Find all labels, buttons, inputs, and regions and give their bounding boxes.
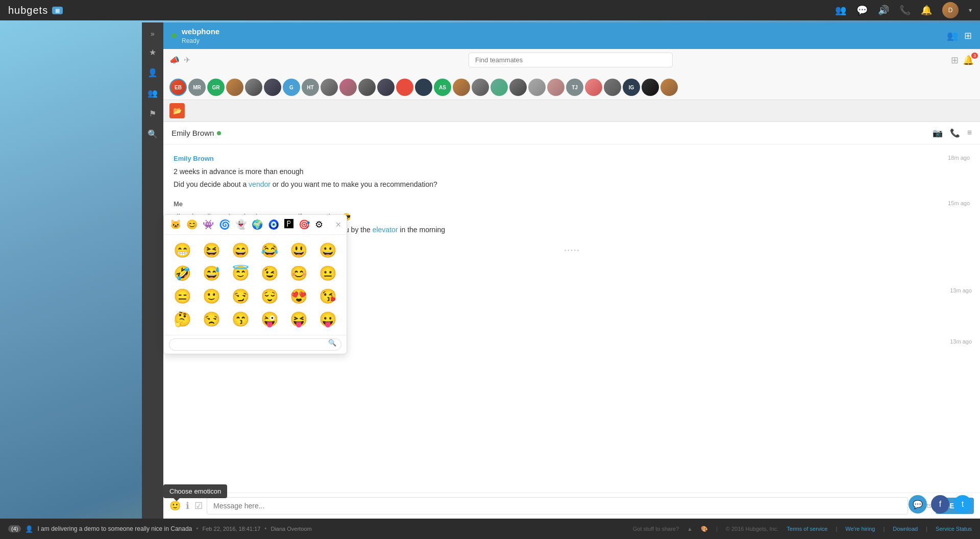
avatar[interactable]: D bbox=[942, 2, 959, 18]
avatar-item[interactable]: IG bbox=[623, 79, 640, 96]
avatar-item[interactable]: EB bbox=[169, 79, 187, 96]
webphone-grid-icon[interactable]: ⊞ bbox=[964, 30, 972, 41]
menu-icon[interactable]: ≡ bbox=[967, 128, 972, 138]
emoji-cell[interactable]: 😆 bbox=[198, 240, 225, 261]
sidebar-item-users[interactable]: 👤 bbox=[143, 63, 162, 82]
emoji-tab-settings[interactable]: ⚙ bbox=[314, 218, 324, 231]
emoji-tab-eye[interactable]: 🧿 bbox=[267, 218, 280, 231]
avatar-item[interactable] bbox=[509, 79, 527, 96]
avatar-item[interactable] bbox=[358, 79, 376, 96]
avatar-item[interactable] bbox=[642, 79, 659, 96]
task-button[interactable]: ☑ bbox=[194, 500, 203, 511]
emoji-cell[interactable]: 😌 bbox=[256, 286, 283, 307]
emoji-tab-ghost[interactable]: 👻 bbox=[234, 218, 248, 231]
avatar-item[interactable]: HT bbox=[302, 79, 319, 96]
footer-download-link[interactable]: Download bbox=[893, 526, 918, 532]
phone-icon[interactable]: 📞 bbox=[899, 5, 911, 16]
avatar-item[interactable]: TJ bbox=[566, 79, 583, 96]
grid-view-icon[interactable]: ⊞ bbox=[951, 55, 959, 66]
avatar-item[interactable] bbox=[472, 79, 489, 96]
emoji-cell[interactable]: 😉 bbox=[256, 263, 283, 284]
avatar-item[interactable] bbox=[226, 79, 243, 96]
avatar-dropdown-icon[interactable]: ▾ bbox=[969, 7, 972, 14]
emoticon-button[interactable]: 🙂 bbox=[169, 500, 181, 511]
chat-icon[interactable]: 💬 bbox=[856, 5, 868, 16]
emoji-cell[interactable]: 😒 bbox=[198, 309, 225, 330]
emoji-tab-parking[interactable]: 🅿 bbox=[283, 218, 295, 231]
footer-service-link[interactable]: Service Status bbox=[936, 526, 972, 532]
avatar-item[interactable] bbox=[377, 79, 395, 96]
team-icon[interactable]: 👥 bbox=[835, 5, 846, 16]
emoji-tab-globe[interactable]: 🌍 bbox=[251, 218, 264, 231]
emoji-search-input[interactable] bbox=[169, 338, 341, 351]
message-input[interactable] bbox=[207, 497, 908, 514]
avatar-item[interactable] bbox=[491, 79, 508, 96]
avatar-item[interactable] bbox=[453, 79, 470, 96]
avatar-item[interactable] bbox=[660, 79, 678, 96]
avatar-item[interactable]: G bbox=[283, 79, 300, 96]
emoji-cell[interactable]: 😄 bbox=[227, 240, 254, 261]
avatar-item[interactable] bbox=[396, 79, 413, 96]
emoji-cell[interactable]: 😊 bbox=[285, 263, 312, 284]
call-icon[interactable]: 📞 bbox=[950, 128, 960, 138]
find-teammates-input[interactable] bbox=[469, 53, 673, 67]
avatar-item[interactable] bbox=[528, 79, 546, 96]
avatar-item[interactable]: MR bbox=[188, 79, 206, 96]
elevator-link[interactable]: elevator bbox=[373, 226, 398, 234]
emoji-cell[interactable]: 😛 bbox=[314, 309, 341, 330]
bell-icon[interactable]: 🔔 bbox=[921, 5, 932, 16]
emoji-cell[interactable]: 😇 bbox=[227, 263, 254, 284]
send-icon[interactable]: ✈ bbox=[184, 55, 190, 65]
emoji-cell[interactable]: 🤣 bbox=[169, 263, 196, 284]
avatar-item[interactable] bbox=[415, 79, 432, 96]
avatar-item[interactable] bbox=[585, 79, 602, 96]
info-button[interactable]: ℹ bbox=[186, 500, 189, 511]
emoji-cell[interactable]: 😘 bbox=[314, 286, 341, 307]
avatar-item[interactable] bbox=[245, 79, 262, 96]
emoji-cell[interactable]: 😁 bbox=[169, 240, 196, 261]
footer-terms-link[interactable]: Terms of service bbox=[787, 526, 827, 532]
channel-icon[interactable]: 📂 bbox=[169, 103, 185, 118]
sidebar-collapse-button[interactable]: » bbox=[148, 27, 158, 41]
emoji-cell[interactable]: 😏 bbox=[227, 286, 254, 307]
emoji-cell[interactable]: 😝 bbox=[285, 309, 312, 330]
share-icon[interactable]: ▲ bbox=[687, 526, 693, 532]
vendor-link[interactable]: vendor bbox=[249, 180, 271, 188]
emoji-close-button[interactable]: ✕ bbox=[335, 220, 341, 229]
avatar-item[interactable]: GR bbox=[207, 79, 225, 96]
emoji-cell[interactable]: 😃 bbox=[285, 240, 312, 261]
broadcast-icon[interactable]: 📣 bbox=[169, 55, 180, 65]
volume-icon[interactable]: 🔊 bbox=[878, 5, 889, 16]
sidebar-item-group[interactable]: 👥 bbox=[143, 84, 162, 102]
video-icon[interactable]: 📷 bbox=[933, 128, 943, 138]
emoji-cell[interactable]: 😅 bbox=[198, 263, 225, 284]
footer-hiring-link[interactable]: We're hiring bbox=[845, 526, 875, 532]
emoji-cell[interactable]: 😑 bbox=[169, 286, 196, 307]
emoji-cell[interactable]: 🙂 bbox=[198, 286, 225, 307]
sidebar-item-search[interactable]: 🔍 bbox=[143, 125, 162, 143]
emoji-cell[interactable]: 😀 bbox=[314, 240, 341, 261]
avatar-item[interactable] bbox=[339, 79, 357, 96]
emoji-cell[interactable]: 😐 bbox=[314, 263, 341, 284]
emoji-cell[interactable]: 🤔 bbox=[169, 309, 196, 330]
avatar-item[interactable] bbox=[604, 79, 621, 96]
sidebar-item-flag[interactable]: ⚑ bbox=[143, 104, 162, 122]
chat-social-button[interactable]: 💬 bbox=[909, 495, 927, 513]
avatar-item[interactable] bbox=[264, 79, 281, 96]
twitter-button[interactable]: t bbox=[953, 495, 972, 513]
emoji-tab-faces[interactable]: 🐱 bbox=[169, 218, 182, 231]
avatar-item[interactable] bbox=[547, 79, 565, 96]
emoji-tab-nature[interactable]: 🌀 bbox=[218, 218, 231, 231]
emoji-cell[interactable]: 😂 bbox=[256, 240, 283, 261]
emoji-cell[interactable]: 😙 bbox=[227, 309, 254, 330]
avatar-item[interactable] bbox=[321, 79, 338, 96]
emoji-tab-smileys[interactable]: 😊 bbox=[185, 218, 199, 231]
emoji-cell[interactable]: 😍 bbox=[285, 286, 312, 307]
webphone-users-icon[interactable]: 👥 bbox=[947, 30, 958, 41]
facebook-button[interactable]: f bbox=[931, 495, 949, 513]
sidebar-item-star[interactable]: ★ bbox=[143, 43, 162, 61]
emoji-tab-target[interactable]: 🎯 bbox=[298, 218, 311, 231]
emoji-tab-games[interactable]: 👾 bbox=[202, 218, 215, 231]
emoji-cell[interactable]: 😜 bbox=[256, 309, 283, 330]
avatar-item[interactable]: AS bbox=[434, 79, 451, 96]
